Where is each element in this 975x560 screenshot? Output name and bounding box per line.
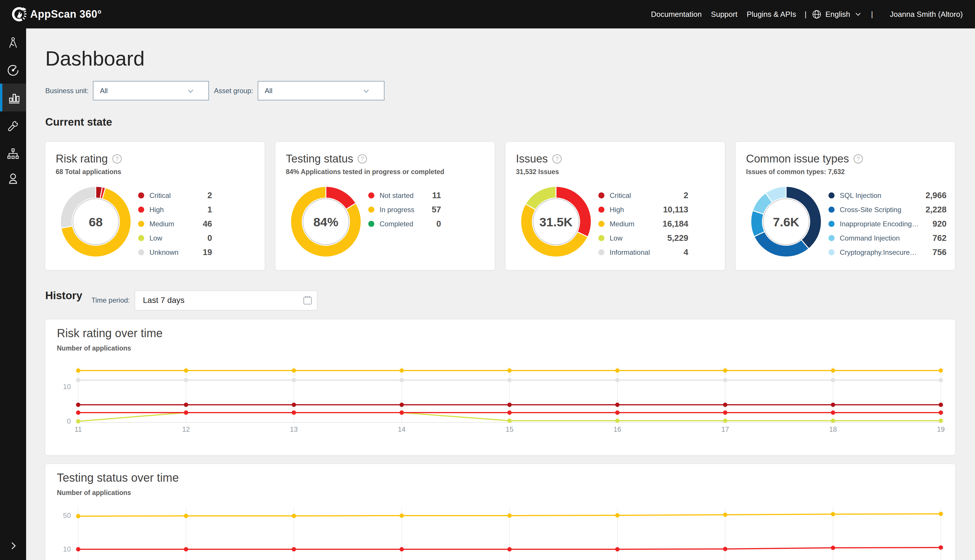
- svg-text:?: ?: [857, 155, 860, 162]
- svg-text:17: 17: [722, 425, 729, 433]
- svg-text:7.6K: 7.6K: [773, 215, 800, 229]
- svg-text:10: 10: [63, 545, 71, 553]
- svg-text:10: 10: [63, 383, 71, 390]
- svg-text:0: 0: [67, 417, 71, 425]
- svg-text:84%: 84%: [313, 215, 338, 229]
- svg-text:16: 16: [613, 425, 621, 433]
- svg-text:14: 14: [398, 425, 406, 433]
- svg-text:15: 15: [506, 425, 513, 433]
- svg-text:19: 19: [937, 425, 945, 433]
- svg-text:?: ?: [555, 155, 558, 162]
- svg-text:68: 68: [89, 215, 103, 229]
- svg-text:50: 50: [63, 512, 71, 519]
- svg-text:?: ?: [361, 155, 364, 162]
- svg-text:11: 11: [75, 425, 82, 433]
- svg-text:31.5K: 31.5K: [540, 215, 573, 229]
- svg-text:?: ?: [115, 155, 119, 162]
- svg-text:12: 12: [182, 425, 190, 433]
- svg-text:18: 18: [829, 425, 837, 433]
- svg-text:13: 13: [290, 425, 298, 433]
